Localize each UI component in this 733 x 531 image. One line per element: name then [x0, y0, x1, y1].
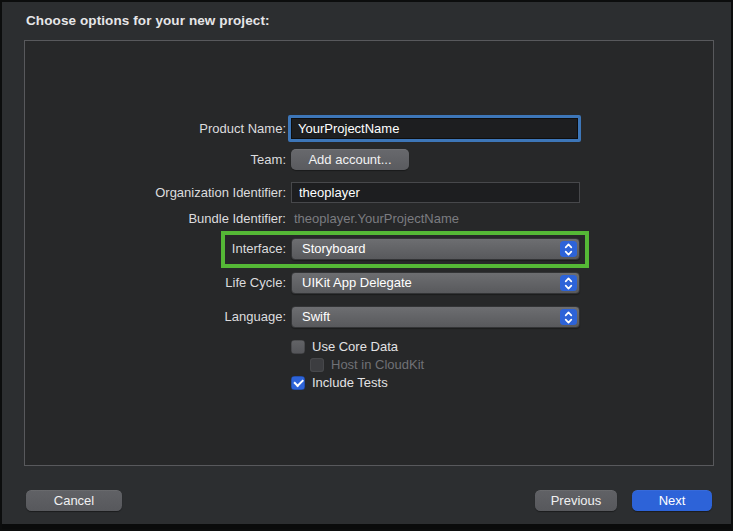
new-project-options-dialog: Choose options for your new project: Pro…: [0, 0, 733, 531]
interface-label: Interface:: [25, 241, 286, 257]
include-tests-checkbox[interactable]: [291, 376, 305, 390]
add-account-button[interactable]: Add account...: [291, 149, 409, 170]
next-button[interactable]: Next: [632, 490, 712, 511]
language-dropdown-value: Swift: [292, 307, 579, 327]
team-label: Team:: [25, 152, 286, 168]
language-label: Language:: [25, 309, 286, 325]
chevron-up-down-icon: [560, 275, 577, 291]
use-core-data-checkbox[interactable]: [291, 340, 305, 354]
cancel-button[interactable]: Cancel: [26, 490, 122, 511]
interface-dropdown-value: Storyboard: [292, 239, 579, 259]
bundle-identifier-label: Bundle Identifier:: [25, 211, 286, 227]
interface-dropdown[interactable]: Storyboard: [291, 238, 580, 260]
chevron-up-down-icon: [560, 241, 577, 257]
window-bottom-edge: [2, 524, 731, 529]
dialog-title: Choose options for your new project:: [26, 13, 270, 28]
language-dropdown[interactable]: Swift: [291, 306, 580, 328]
life-cycle-dropdown[interactable]: UIKit App Delegate: [291, 272, 580, 294]
chevron-up-down-icon: [560, 309, 577, 325]
bundle-identifier-value: theoplayer.YourProjectName: [294, 211, 459, 227]
life-cycle-dropdown-value: UIKit App Delegate: [292, 273, 579, 293]
product-name-input[interactable]: [288, 115, 581, 142]
host-in-cloudkit-option: Host in CloudKit: [310, 357, 424, 373]
include-tests-label: Include Tests: [312, 375, 388, 391]
host-in-cloudkit-checkbox: [310, 358, 324, 372]
life-cycle-label: Life Cycle:: [25, 275, 286, 291]
organization-identifier-label: Organization Identifier:: [25, 185, 286, 201]
product-name-label: Product Name:: [25, 121, 286, 137]
options-panel: Product Name: Team: Add account... Organ…: [24, 40, 714, 466]
use-core-data-label: Use Core Data: [312, 339, 398, 355]
host-in-cloudkit-label: Host in CloudKit: [331, 357, 424, 373]
use-core-data-option[interactable]: Use Core Data: [291, 339, 398, 355]
previous-button[interactable]: Previous: [535, 490, 617, 511]
organization-identifier-input[interactable]: [291, 182, 580, 203]
include-tests-option[interactable]: Include Tests: [291, 375, 388, 391]
